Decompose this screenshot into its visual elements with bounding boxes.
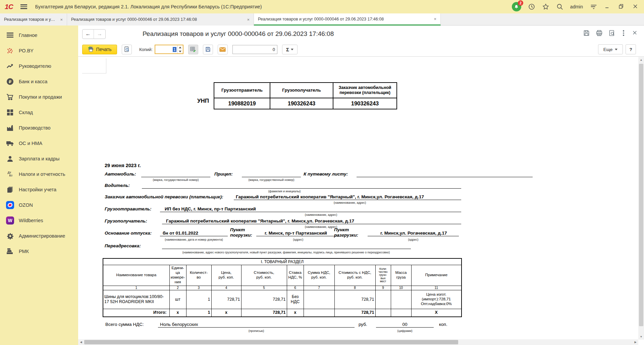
preview-icon[interactable]: [608, 30, 615, 37]
minimize-icon[interactable]: [604, 3, 611, 10]
goods-colnum-cell: 6: [287, 286, 304, 290]
sidebar-item-po-by[interactable]: РО.BY: [0, 43, 78, 58]
sidebar-label: Производство: [19, 125, 51, 131]
print-button[interactable]: Печать: [82, 45, 117, 54]
tab-list[interactable]: Реализация товаров и услуг ×: [0, 13, 67, 26]
scroll-down-icon[interactable]: ▼: [638, 334, 644, 340]
vat-kop-label: коп.: [439, 322, 447, 328]
back-button[interactable]: ←: [83, 30, 94, 39]
sidebar-label: Налоги и отчетность: [19, 171, 65, 177]
sidebar-item-sklad[interactable]: Склад: [0, 105, 78, 120]
shipper-line: ИП без НДС, г. Минск, пр-т Партизанский: [160, 206, 461, 212]
sidebar-label: OZON: [19, 202, 33, 208]
save-icon[interactable]: [583, 30, 590, 37]
goods-cell-note: Цена изгот. (импорт.):728,71 Опт.надбавк…: [411, 290, 462, 309]
favorites-star-icon[interactable]: [542, 3, 549, 10]
history-icon[interactable]: [528, 3, 535, 10]
sidebar-label: Банк и касса: [19, 79, 47, 84]
sidebar-item-rukovoditelyu[interactable]: Руководителю: [0, 58, 78, 74]
sum-button[interactable]: Σ: [282, 45, 298, 54]
vat-kop-line: 00: [376, 322, 434, 328]
tab-close-icon[interactable]: ×: [434, 16, 436, 21]
email-button[interactable]: [218, 45, 228, 54]
goods-header-cell: Стоимость, руб. коп.: [241, 265, 287, 286]
scroll-up-icon[interactable]: ▲: [638, 57, 644, 63]
sidebar-item-rmk[interactable]: РМК: [0, 244, 78, 259]
sidebar-item-wildberries[interactable]: W Wildberries: [0, 213, 78, 228]
print-preview-sheet[interactable]: УНП Грузоотправитель Грузополучатель Зак…: [78, 56, 644, 345]
scroll-right-icon[interactable]: ▶: [633, 339, 638, 345]
vertical-scroll-thumb[interactable]: [639, 64, 643, 326]
close-document-icon[interactable]: [632, 30, 639, 37]
goods-total-cell: х: [211, 309, 241, 317]
ozon-icon: [6, 201, 14, 209]
forward-button[interactable]: →: [94, 30, 105, 39]
main-menu-icon[interactable]: [20, 4, 27, 9]
sidebar-item-glavnoe[interactable]: Главное: [0, 28, 78, 43]
gear-icon: [6, 232, 14, 240]
sidebar-item-pokupki-prodazhi[interactable]: Покупки и продажи: [0, 89, 78, 105]
tab-close-icon[interactable]: ×: [60, 17, 63, 22]
sidebar-item-administrirovanie[interactable]: Администрирование: [0, 228, 78, 244]
sidebar-item-bank-kassa[interactable]: ₽ Банк и касса: [0, 74, 78, 89]
unload-point-line: г. Минск,ул. Рогачевская, д.17: [368, 231, 459, 236]
user-name[interactable]: admin: [570, 4, 583, 9]
sidebar-item-zarplata-kadry[interactable]: Зарплата и кадры: [0, 151, 78, 166]
tab-document-1[interactable]: Реализация товаров и услуг 0000-000046 о…: [67, 13, 254, 26]
svg-text:₽: ₽: [9, 80, 11, 84]
goods-header-cell: Примечание: [411, 265, 462, 286]
nav-button-group: ← →: [82, 29, 106, 39]
main-area: ← → Реализация товаров и услуг 0000-0000…: [78, 26, 644, 345]
service-menu-icon[interactable]: [590, 3, 597, 10]
restore-icon[interactable]: [618, 3, 625, 10]
readdress-line: [162, 243, 411, 249]
sum-field[interactable]: 0: [232, 45, 277, 54]
goods-section-title: I. ТОВАРНЫЙ РАЗДЕЛ: [103, 258, 462, 265]
trailer-line: [242, 171, 301, 177]
scroll-left-icon[interactable]: ◀: [78, 339, 84, 345]
more-actions-icon[interactable]: [621, 30, 626, 37]
tab-document-2-active[interactable]: Реализация товаров и услуг 0000-000046 о…: [254, 13, 441, 26]
horizontal-scroll-thumb[interactable]: [84, 340, 458, 344]
help-button[interactable]: ?: [626, 44, 636, 54]
goods-colnum-cell: 9: [375, 286, 391, 290]
notifications-button[interactable]: 2: [512, 2, 521, 11]
tab-label: Реализация товаров и услуг: [4, 17, 57, 22]
sidebar-item-nalogi[interactable]: Дт Кт Налоги и отчетность: [0, 166, 78, 182]
copies-input[interactable]: 1: [155, 45, 183, 54]
search-icon[interactable]: [556, 3, 564, 10]
horizontal-scrollbar[interactable]: ◀ ▶: [78, 339, 638, 345]
sigma-icon: Σ: [286, 47, 289, 52]
sidebar-item-os-nma[interactable]: ОС и НМА: [0, 136, 78, 151]
load-point-label: Пункт погрузки:: [230, 227, 252, 238]
spin-down-icon[interactable]: [178, 49, 183, 53]
goods-header-cell: Сумма НДС, руб. коп.: [304, 265, 334, 286]
dt-kt-icon: Дт Кт: [6, 170, 14, 178]
tab-close-icon[interactable]: ×: [247, 17, 250, 22]
more-button[interactable]: Еще: [598, 44, 623, 54]
goods-cell-vat-sum: [304, 290, 334, 309]
basis-caption: (наименование, дата и номер документа): [160, 238, 228, 241]
vertical-scrollbar[interactable]: ▲ ▼: [638, 57, 644, 340]
goods-header-cell: Количест- во: [186, 265, 211, 286]
sidebar-item-nastroyki-ucheta[interactable]: Настройки учета: [0, 182, 78, 197]
close-window-icon[interactable]: [632, 3, 639, 10]
waybill-label: К путевому листу:: [304, 171, 348, 177]
sidebar-item-ozon[interactable]: OZON: [0, 197, 78, 213]
edit-table-button[interactable]: [188, 45, 198, 54]
sidebar-item-proizvodstvo[interactable]: Производство: [0, 120, 78, 136]
sidebar-label: Покупки и продажи: [19, 94, 62, 100]
preview-button[interactable]: [122, 45, 132, 54]
spin-up-icon[interactable]: [178, 45, 183, 49]
vat-rub-label: руб.: [359, 322, 367, 328]
document-header: ← → Реализация товаров и услуг 0000-0000…: [78, 26, 644, 42]
save-file-button[interactable]: [203, 45, 213, 54]
goods-total-cell: [304, 309, 334, 317]
driver-caption: (фамилия и инициалы): [192, 190, 377, 193]
goods-colnum-cell: 1: [103, 286, 169, 290]
document-date: 29 июня 2023 г.: [105, 163, 141, 168]
goods-header-cell: Наименование товара: [103, 265, 169, 286]
customer-label: Заказчик автомобильной перевозки (плател…: [105, 194, 223, 200]
print-icon[interactable]: [596, 30, 603, 37]
app-window: 1С Бухгалтерия для Беларуси, редакция 2.…: [0, 0, 644, 345]
